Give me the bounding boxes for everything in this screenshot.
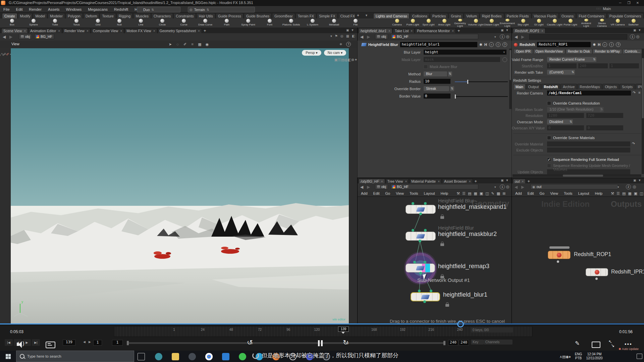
dropdown-arrow-icon[interactable]: ▾: [330, 34, 332, 38]
pane-maximize-icon[interactable]: ▼: [638, 28, 641, 32]
network-menu-item[interactable]: Edit: [373, 191, 380, 195]
pane-tab[interactable]: Motion FX View×: [124, 28, 157, 33]
override-border-dropdown[interactable]: Streak: [424, 86, 449, 91]
shelf-tab[interactable]: Texture: [100, 13, 116, 18]
menu-item[interactable]: Render: [29, 7, 42, 11]
node-output-dot[interactable]: [419, 272, 422, 275]
node-name-field[interactable]: heightfield_blur1: [400, 42, 477, 47]
pane-controls[interactable]: ▣▼: [633, 28, 641, 32]
pane-menu-icon[interactable]: ▣: [346, 28, 349, 32]
node-name-field[interactable]: Redshift_ROP1: [537, 42, 591, 47]
path-field[interactable]: [529, 34, 627, 40]
network-menu-item[interactable]: Tools: [410, 191, 418, 195]
overscan-y-field[interactable]: 0: [586, 125, 623, 130]
key-button[interactable]: Key: [471, 340, 484, 345]
shelf-tab[interactable]: Lights and Cameras: [373, 13, 410, 18]
shelf-tab[interactable]: Rigging: [116, 13, 133, 18]
add-pane-tab-button[interactable]: +: [458, 28, 460, 33]
channels-field[interactable]: Channels: [484, 340, 513, 345]
desktop-switcher[interactable]: ∷∷ Main: [596, 7, 611, 11]
render-button[interactable]: Render to Disk: [566, 49, 592, 54]
viewport-3d[interactable]: y Persp ▾ No cam ▾ wle editor: [11, 48, 349, 324]
info-icon[interactable]: i: [609, 42, 614, 47]
shelf-tool[interactable]: Caustic Light: [547, 18, 562, 27]
network-icon[interactable]: ◉: [566, 355, 569, 359]
shelf-tool[interactable]: Platonic Solids: [280, 18, 302, 27]
settings-tab[interactable]: Scripts: [620, 84, 635, 89]
settings-tab[interactable]: Redshift: [541, 84, 560, 89]
notes-icon[interactable]: ✎: [491, 191, 494, 196]
frame-step-forward-icon[interactable]: ▶: [89, 340, 91, 344]
tools-icon[interactable]: ⚒: [611, 191, 614, 196]
pane-tab[interactable]: Take List×: [393, 28, 415, 33]
network-canvas-outputs[interactable]: Indie Edition Outputs Redshift_ROP1 Reds…: [512, 197, 644, 324]
shelf-tool[interactable]: Path: [216, 18, 237, 27]
forward-icon[interactable]: ▶: [9, 35, 12, 39]
shelf-tool[interactable]: Metaball: [323, 18, 345, 27]
shelf-tool[interactable]: Curve: [173, 18, 195, 27]
pane-menu-icon[interactable]: ▣: [633, 28, 636, 32]
split-icon[interactable]: ◫: [640, 191, 643, 196]
node-output-dot[interactable]: [419, 213, 422, 215]
playhead-frame-tag[interactable]: 139: [338, 326, 349, 332]
list-icon[interactable]: ▤: [468, 191, 471, 196]
shelf-tab[interactable]: Guide Process: [216, 13, 244, 18]
pane-menu-icon[interactable]: ▣: [501, 179, 504, 182]
search-icon[interactable]: ⌕: [602, 42, 607, 47]
render-button[interactable]: Open RenderView: [533, 49, 566, 54]
shelf-tab[interactable]: Vellum: [464, 13, 479, 18]
shelf-tool[interactable]: Grid: [87, 18, 109, 27]
close-icon[interactable]: ×: [58, 29, 60, 33]
cube-icon[interactable]: ▦: [346, 34, 349, 38]
link-badge[interactable]: 1: [630, 34, 635, 39]
help-icon[interactable]: ?: [346, 42, 351, 47]
dropdown-arrow-icon[interactable]: ▾: [503, 50, 505, 55]
shelf-tab[interactable]: Simple FX: [317, 13, 337, 18]
close-icon[interactable]: ×: [388, 29, 390, 33]
add-pane-tab-button[interactable]: +: [527, 179, 530, 184]
resolution-scale-spinner[interactable]: ⇅: [600, 107, 604, 112]
pane-maximize-icon[interactable]: ▼: [638, 179, 641, 182]
taskbar-search[interactable]: Type here to search: [16, 351, 134, 362]
pane-tab[interactable]: Animation Editor×: [28, 28, 62, 33]
shelf-tool[interactable]: Circle: [152, 18, 173, 27]
frame-step-back-icon[interactable]: ◀: [83, 340, 86, 344]
dropdown-arrow-icon[interactable]: ▾: [494, 185, 496, 189]
update-objects-field[interactable]: [547, 169, 630, 174]
node-input-dot[interactable]: [424, 202, 427, 205]
override-border-spinner[interactable]: ⇅: [450, 86, 454, 91]
node-output-dot[interactable]: [419, 240, 421, 242]
help-icon[interactable]: ?: [616, 42, 621, 47]
shelf-tool[interactable]: Volume Light: [468, 18, 484, 27]
pane-tab[interactable]: Geometry Spreadsheet×: [158, 28, 202, 33]
overscan-spinner[interactable]: ⇅: [569, 119, 573, 124]
close-button[interactable]: ✕: [633, 0, 642, 6]
volume-icon[interactable]: ♦: [569, 355, 571, 359]
radius-slider[interactable]: [455, 81, 508, 82]
pane-tab[interactable]: Scene View×: [1, 28, 28, 33]
desktop-combo[interactable]: Duo ⇅: [137, 7, 180, 12]
context-combo[interactable]: ◎ Terrain ⇅: [188, 7, 255, 12]
network-menu-item[interactable]: Edit: [528, 191, 534, 195]
shelf-tool[interactable]: Environment Light: [499, 18, 515, 27]
settings-tab[interactable]: Archive: [560, 84, 577, 89]
lock-camera-icon[interactable]: ◧: [348, 58, 351, 62]
pane-controls[interactable]: ▣▼: [501, 179, 508, 182]
shelf-tool[interactable]: Ambient Light: [578, 18, 594, 27]
grid-icon[interactable]: ▦: [474, 191, 477, 196]
dropdown-arrow-icon[interactable]: ▾: [618, 185, 619, 189]
back-icon[interactable]: ◀: [515, 185, 518, 189]
close-icon[interactable]: ×: [405, 180, 407, 183]
pane-menu-icon[interactable]: ▣: [633, 179, 636, 182]
range-start-field[interactable]: 1: [93, 340, 102, 346]
rewind-10-button[interactable]: ↺10: [247, 339, 253, 347]
persp-selector[interactable]: Persp ▾: [302, 50, 321, 56]
close-icon[interactable]: ×: [153, 29, 155, 33]
pane-maximize-icon[interactable]: ▼: [506, 179, 509, 182]
network-canvas-geometry[interactable]: Geometry HeightField Blur heightfield_ma…: [357, 197, 512, 324]
menu-item[interactable]: Megascans: [88, 7, 108, 11]
network-menu-item[interactable]: Go: [540, 191, 545, 195]
forward-icon[interactable]: ▶: [521, 185, 524, 189]
subtitle-toggle-icon[interactable]: [46, 342, 55, 348]
whatsapp-icon[interactable]: [238, 352, 247, 361]
